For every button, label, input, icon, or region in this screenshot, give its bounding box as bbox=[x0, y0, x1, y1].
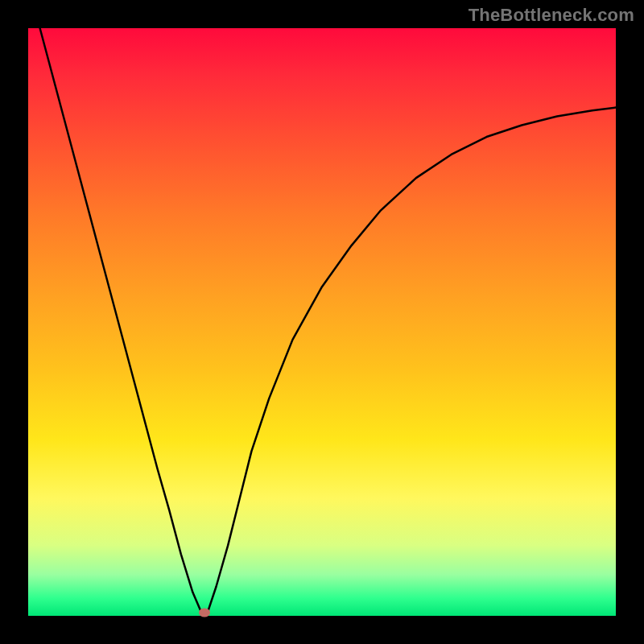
chart-frame: TheBottleneck.com bbox=[0, 0, 644, 644]
curve-svg bbox=[28, 28, 616, 616]
plot-area bbox=[28, 28, 616, 616]
bottleneck-curve bbox=[28, 0, 616, 613]
watermark-text: TheBottleneck.com bbox=[469, 5, 634, 26]
minimum-marker bbox=[199, 609, 210, 617]
